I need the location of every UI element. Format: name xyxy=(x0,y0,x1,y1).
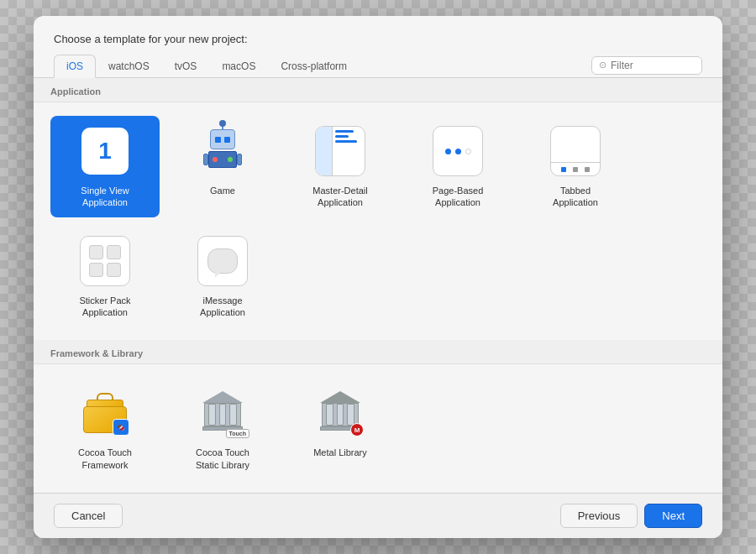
template-tabbed[interactable]: TabbedApplication xyxy=(521,116,630,217)
sticker-pack-label: Sticker PackApplication xyxy=(79,295,130,319)
template-cocoa-static[interactable]: Touch Cocoa TouchStatic Library xyxy=(168,378,277,479)
tab-tvos[interactable]: tvOS xyxy=(162,55,210,78)
cocoa-static-icon: Touch xyxy=(196,386,249,440)
content-area: Application 1 Single ViewApplication xyxy=(34,78,722,493)
metal-library-icon: M xyxy=(313,386,367,440)
game-label: Game xyxy=(210,185,235,196)
tab-crossplatform[interactable]: Cross-platform xyxy=(268,55,360,78)
cocoa-framework-icon: 🍫 xyxy=(78,386,132,440)
imessage-icon xyxy=(196,234,249,288)
tab-ios[interactable]: iOS xyxy=(54,55,96,78)
single-view-label: Single ViewApplication xyxy=(81,185,129,209)
section-header-framework: Framework & Library xyxy=(34,340,722,364)
metal-library-label: Metal Library xyxy=(313,447,367,458)
cocoa-static-label: Cocoa TouchStatic Library xyxy=(196,447,249,471)
tabs-container: iOS watchOS tvOS macOS Cross-platform xyxy=(54,54,360,77)
section-header-application: Application xyxy=(34,78,722,102)
previous-button[interactable]: Previous xyxy=(560,504,638,528)
template-metal-library[interactable]: M Metal Library xyxy=(286,378,395,479)
tab-watchos[interactable]: watchOS xyxy=(96,55,162,78)
page-based-icon xyxy=(431,124,485,178)
tabbed-icon xyxy=(549,124,602,178)
template-dialog: Choose a template for your new project: … xyxy=(34,16,722,538)
framework-grid: 🍫 Cocoa TouchFramework xyxy=(34,364,722,493)
template-sticker-pack[interactable]: Sticker PackApplication xyxy=(50,226,160,327)
filter-input[interactable] xyxy=(611,60,695,71)
cancel-button[interactable]: Cancel xyxy=(54,504,123,528)
master-detail-label: Master-DetailApplication xyxy=(312,185,367,209)
cocoa-framework-label: Cocoa TouchFramework xyxy=(78,447,132,471)
nav-buttons: Previous Next xyxy=(560,504,702,528)
template-page-based[interactable]: Page-BasedApplication xyxy=(403,116,512,217)
application-grid: 1 Single ViewApplication xyxy=(34,102,722,340)
template-imessage[interactable]: iMessageApplication xyxy=(168,226,277,327)
game-icon xyxy=(196,124,249,178)
tabbed-label: TabbedApplication xyxy=(553,185,598,209)
template-master-detail[interactable]: Master-DetailApplication xyxy=(286,116,395,217)
template-game[interactable]: Game xyxy=(168,116,277,217)
filter-box: ⊙ xyxy=(591,56,702,75)
tab-macos[interactable]: macOS xyxy=(209,55,268,78)
template-single-view[interactable]: 1 Single ViewApplication xyxy=(50,116,160,217)
next-button[interactable]: Next xyxy=(644,504,702,528)
sticker-pack-icon xyxy=(78,234,132,288)
filter-icon: ⊙ xyxy=(599,60,606,71)
dialog-title: Choose a template for your new project: xyxy=(34,16,722,45)
tabs-row: iOS watchOS tvOS macOS Cross-platform ⊙ xyxy=(34,45,722,78)
page-based-label: Page-BasedApplication xyxy=(433,185,484,209)
template-cocoa-framework[interactable]: 🍫 Cocoa TouchFramework xyxy=(50,378,160,479)
single-view-icon: 1 xyxy=(78,124,132,178)
master-detail-icon xyxy=(313,124,367,178)
imessage-label: iMessageApplication xyxy=(200,295,245,319)
dialog-footer: Cancel Previous Next xyxy=(34,493,722,538)
